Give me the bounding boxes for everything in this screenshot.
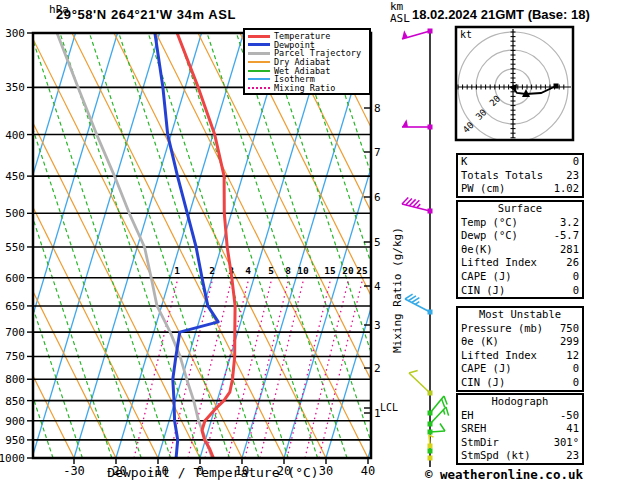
pressure-tick-label: 850 [5, 395, 25, 408]
pressure-tick-label: 800 [5, 373, 25, 386]
stats-box: SurfaceTemp (°C)3.2Dewp (°C)-5.7θe(K)281… [456, 200, 584, 299]
wind-barb-stem [430, 431, 445, 432]
mixing-ratio-value: 1 [174, 265, 180, 276]
km-tick-label: 8 [374, 102, 381, 115]
pressure-tick-label: 650 [5, 300, 25, 313]
legend-item: Mixing Ratio [248, 84, 368, 93]
mixing-ratio-value: 25 [356, 265, 368, 276]
hodograph-marker-square [554, 84, 559, 89]
wind-barb-pennant [402, 119, 408, 127]
stats-key: EH [461, 409, 474, 423]
wet-adiabat-line [89, 33, 229, 458]
stats-value: 3.2 [560, 216, 579, 230]
stats-key: Dewp (°C) [461, 229, 518, 243]
stats-key: K [461, 155, 467, 169]
stats-key: Lifted Index [461, 256, 537, 270]
stats-row: Dewp (°C)-5.7 [458, 229, 582, 243]
stats-row: CAPE (J)0 [458, 270, 582, 284]
wet-adiabat-line [148, 33, 288, 458]
legend-swatch [248, 78, 270, 80]
mixing-ratio-value: 5 [268, 265, 274, 276]
hodograph-ring-label: 40 [461, 120, 476, 135]
wind-barb [405, 294, 433, 314]
stats-key: Temp (°C) [461, 216, 518, 230]
mixing-ratio-value: 20 [342, 265, 354, 276]
hodograph-ring-label: 20 [488, 93, 503, 108]
isotherm-line [74, 33, 202, 458]
stats-box-header: Surface [458, 202, 582, 216]
km-tick-label: 5 [374, 236, 381, 249]
pressure-tick-label: 900 [5, 415, 25, 428]
hodograph: 203040kt [456, 27, 573, 142]
stats-row: PW (cm)1.02 [458, 182, 582, 196]
stats-row: Lifted Index12 [458, 349, 582, 363]
isotherm-line [200, 33, 328, 458]
wind-barb-half [417, 204, 420, 208]
legend-swatch [248, 61, 270, 63]
stats-value: 750 [560, 322, 579, 336]
stats-key: PW (cm) [461, 182, 505, 196]
km-tick-label: 7 [374, 146, 381, 159]
stats-value: 23 [566, 449, 579, 463]
wind-barb [402, 119, 433, 129]
stats-value: 0 [573, 376, 579, 390]
dewpoint-line [155, 33, 218, 458]
right-axis-title: Mixing Ratio (g/kg) [391, 203, 404, 353]
stats-value: 0 [573, 270, 579, 284]
pressure-tick-label: 600 [5, 272, 25, 285]
pressure-tick-label: 1000 [0, 452, 25, 465]
stats-value: 0 [573, 284, 579, 298]
pressure-tick-label: 450 [5, 170, 25, 183]
legend-swatch [248, 43, 270, 46]
stats-key: SREH [461, 422, 486, 436]
km-tick-label: 6 [374, 191, 381, 204]
km-tick-label: 4 [374, 280, 381, 293]
hodograph-inner: 203040 [458, 29, 571, 142]
mixing-ratio-value: 4 [245, 265, 251, 276]
station-title: 29°58'N 264°21'W 34m ASL [56, 7, 236, 22]
stats-box-header: Hodograph [458, 395, 582, 409]
wind-barb-stem [409, 373, 430, 393]
stats-box: HodographEH-50SREH41StmDir301°StmSpd (kt… [456, 393, 584, 465]
stats-row: Lifted Index26 [458, 256, 582, 270]
wet-adiabat-line [295, 33, 435, 458]
stats-row: CAPE (J)0 [458, 362, 582, 376]
stats-key: CAPE (J) [461, 362, 512, 376]
stats-value: 299 [560, 335, 579, 349]
stats-value: 26 [566, 256, 579, 270]
mixing-ratio-value: 15 [324, 265, 336, 276]
wind-barb [409, 370, 433, 395]
wind-barb-stem [429, 435, 430, 446]
mixing-ratio-value: 8 [285, 265, 291, 276]
stats-box: K0Totals Totals23PW (cm)1.02 [456, 153, 584, 198]
stats-key: StmDir [461, 436, 499, 450]
km-tick-label: 3 [374, 319, 381, 332]
stats-row: Temp (°C)3.2 [458, 216, 582, 230]
wind-barb-dot [428, 456, 433, 461]
stats-value: 281 [560, 243, 579, 257]
stats-row: StmSpd (kt)23 [458, 449, 582, 463]
wind-barb-full [446, 407, 449, 416]
altitude-unit-label: km ASL [390, 1, 410, 25]
mixing-ratio-value: 10 [297, 265, 309, 276]
pressure-tick-label: 350 [5, 81, 25, 94]
datetime-label: 18.02.2024 21GMT (Base: 18) [412, 7, 590, 22]
stats-value: 1.02 [554, 182, 579, 196]
legend: TemperatureDewpointParcel TrajectoryDry … [243, 28, 371, 95]
dry-adiabat-line [0, 33, 200, 458]
wind-barb-half [415, 302, 419, 305]
wind-barb [402, 198, 433, 214]
temperature-line [177, 33, 235, 458]
lcl-label: LCL [380, 402, 398, 413]
hodograph-ring-label: 30 [474, 107, 489, 122]
stats-row: EH-50 [458, 409, 582, 423]
wind-barb-dot [428, 449, 433, 454]
stats-value: 301° [554, 436, 579, 450]
pressure-tick-label: 550 [5, 241, 25, 254]
stats-row: StmDir301° [458, 436, 582, 450]
stats-row: CIN (J)0 [458, 284, 582, 298]
stats-row: θe (K)299 [458, 335, 582, 349]
wind-barb-half [443, 410, 444, 415]
wind-barb-full [444, 396, 447, 404]
pressure-tick-label: 500 [5, 207, 25, 220]
